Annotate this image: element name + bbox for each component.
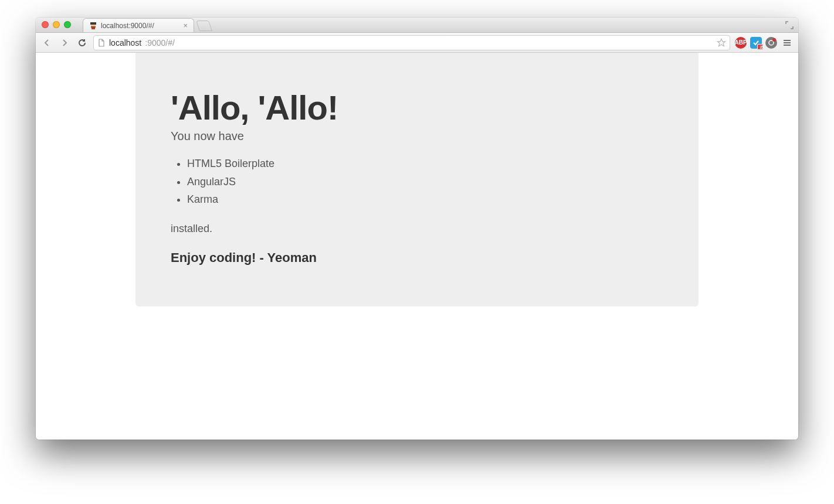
- svg-marker-4: [718, 39, 725, 46]
- reload-button[interactable]: [76, 36, 89, 49]
- extension-icon[interactable]: 2: [750, 37, 762, 49]
- fullscreen-icon[interactable]: [785, 21, 794, 29]
- browser-window: localhost:9000/#/ ×: [36, 18, 798, 440]
- back-button[interactable]: [40, 36, 53, 49]
- svg-rect-2: [91, 26, 96, 28]
- forward-button[interactable]: [58, 36, 71, 49]
- close-window-button[interactable]: [42, 21, 49, 28]
- viewport[interactable]: 'Allo, 'Allo! You now have HTML5 Boilerp…: [36, 53, 798, 440]
- yeoman-icon: [89, 22, 97, 30]
- tab-title: localhost:9000/#/: [101, 22, 154, 30]
- minimize-window-button[interactable]: [53, 21, 60, 28]
- lead-text: You now have: [171, 130, 663, 143]
- menu-icon[interactable]: [781, 36, 794, 49]
- url-path: :9000/#/: [145, 38, 175, 47]
- browser-tab[interactable]: localhost:9000/#/ ×: [83, 18, 194, 32]
- page-heading: 'Allo, 'Allo!: [171, 88, 663, 127]
- url-host: localhost: [109, 38, 141, 47]
- svg-point-5: [769, 40, 774, 45]
- toolbar: localhost:9000/#/ ABP 2: [36, 33, 798, 53]
- installed-text: installed.: [171, 223, 663, 235]
- page-icon: [97, 39, 106, 47]
- bookmark-star-icon[interactable]: [717, 38, 726, 47]
- footer-heading: Enjoy coding! - Yeoman: [171, 250, 663, 265]
- close-tab-button[interactable]: ×: [183, 22, 188, 29]
- extension-icon[interactable]: [765, 37, 777, 49]
- list-item: AngularJS: [187, 173, 663, 191]
- jumbotron: 'Allo, 'Allo! You now have HTML5 Boilerp…: [135, 53, 699, 307]
- new-tab-button[interactable]: [196, 21, 212, 31]
- extension-badge: 2: [760, 45, 762, 50]
- svg-rect-0: [90, 22, 96, 25]
- titlebar: localhost:9000/#/ ×: [36, 18, 798, 33]
- svg-rect-3: [91, 28, 95, 29]
- list-item: HTML5 Boilerplate: [187, 155, 663, 173]
- zoom-window-button[interactable]: [64, 21, 71, 28]
- feature-list: HTML5 Boilerplate AngularJS Karma: [171, 155, 663, 209]
- address-bar[interactable]: localhost:9000/#/: [93, 35, 730, 50]
- list-item: Karma: [187, 190, 663, 209]
- adblock-extension-icon[interactable]: ABP: [735, 37, 747, 49]
- extension-icons: ABP 2: [735, 36, 794, 49]
- window-controls: [42, 21, 71, 28]
